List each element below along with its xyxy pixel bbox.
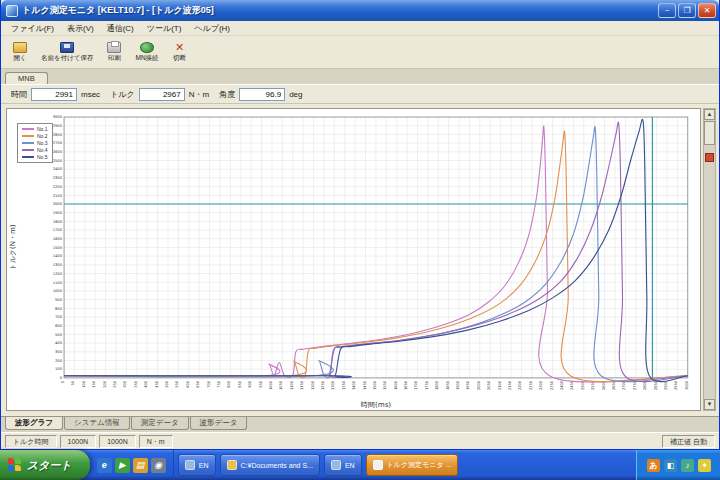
menu-item[interactable]: 表示(V) [61,22,100,35]
status-correction: 補正値 自動 [662,435,715,448]
task-button-area: EN C:¥Documents and S... EN トルク測定モニタ ... [174,454,636,476]
svg-text:950: 950 [259,380,263,388]
svg-text:1850: 1850 [446,380,450,390]
toolbar-button[interactable]: 開く [4,37,36,67]
menu-item[interactable]: ファイル(F) [5,22,60,35]
tray-icon[interactable]: ◧ [664,459,677,472]
tray-icon[interactable]: ♪ [681,459,694,472]
legend-label: No.1 [37,126,48,132]
status-segment: 1000N [99,435,136,448]
svg-text:2500: 2500 [53,159,63,163]
tray-icon[interactable]: あ [647,459,660,472]
legend-label: No.2 [37,133,48,139]
window-title: トルク測定モニタ [KELT10.7] - [トルク波形05] [22,4,656,17]
svg-text:1800: 1800 [435,380,439,390]
view-tab[interactable]: 波形グラフ [5,417,63,430]
app-window: トルク測定モニタ [KELT10.7] - [トルク波形05] － ❐ ✕ ファ… [0,0,720,450]
svg-text:トルク(N・m): トルク(N・m) [8,224,17,270]
svg-text:1950: 1950 [466,380,470,390]
svg-text:2300: 2300 [539,380,543,390]
legend-color-swatch [22,128,34,130]
view-tab-strip: 波形グラフシステム情報測定データ波形データ [1,416,719,432]
title-bar[interactable]: トルク測定モニタ [KELT10.7] - [トルク波形05] － ❐ ✕ [1,0,719,21]
svg-text:0: 0 [61,380,65,383]
svg-text:400: 400 [144,380,148,388]
svg-text:2100: 2100 [498,380,502,390]
svg-text:1500: 1500 [53,246,63,250]
close-button[interactable]: ✕ [698,3,716,18]
svg-text:1900: 1900 [456,380,460,390]
status-segment: 1000N [60,435,97,448]
svg-text:700: 700 [55,315,63,319]
tray-icon[interactable]: ✦ [698,459,711,472]
windows-taskbar: スタート e▶▤◉ EN C:¥Documents and S... EN トル… [0,450,720,480]
parameter-value-box[interactable]: 2991 [31,88,77,101]
svg-text:2600: 2600 [53,150,63,154]
svg-text:2000: 2000 [477,380,481,390]
svg-text:1050: 1050 [279,380,283,390]
svg-text:300: 300 [55,350,63,354]
open-icon [13,42,27,53]
menu-item[interactable]: ツール(T) [141,22,188,35]
svg-text:100: 100 [82,380,86,388]
svg-text:時間(ms): 時間(ms) [361,400,392,409]
quick-launch-bar: e▶▤◉ [90,450,174,480]
parameter-field: 時間 2991 msec [11,88,100,101]
quick-launch-icon[interactable]: e [97,458,112,473]
menu-item[interactable]: ヘルプ(H) [188,22,236,35]
svg-text:1400: 1400 [53,254,63,258]
legend-color-swatch [22,142,34,144]
taskbar-task-button[interactable]: EN [178,454,216,476]
svg-text:150: 150 [92,380,96,388]
svg-text:900: 900 [55,298,63,302]
chart-legend: No.1 No.2 No.3 No.4 No.5 [17,123,53,163]
svg-text:2400: 2400 [53,168,63,172]
print-icon [107,42,121,53]
legend-entry: No.4 [22,147,48,153]
view-tab[interactable]: システム情報 [64,417,130,430]
legend-color-swatch [22,135,34,137]
toolbar-button[interactable]: MN接続 [130,37,163,67]
parameter-value-box[interactable]: 2967 [139,88,185,101]
taskbar-task-button[interactable]: トルク測定モニタ ... [366,454,459,476]
legend-entry: No.2 [22,133,48,139]
svg-text:0: 0 [60,376,63,380]
vertical-scrollbar[interactable]: ▲ ▼ [703,108,716,411]
svg-text:2250: 2250 [529,380,533,390]
svg-text:3000: 3000 [685,380,689,390]
chart-area: No.1 No.2 No.3 No.4 No.5 05010015020025 [1,104,719,416]
toolbar-button[interactable]: 印刷 [98,37,130,67]
disconnect-icon [173,42,187,53]
taskbar-task-button[interactable]: C:¥Documents and S... [220,454,320,476]
scroll-down-icon[interactable]: ▼ [704,399,715,410]
svg-text:2050: 2050 [487,380,491,390]
parameter-value-box[interactable]: 96.9 [239,88,285,101]
start-button[interactable]: スタート [0,450,90,480]
svg-text:100: 100 [55,368,63,372]
view-tab[interactable]: 測定データ [131,417,189,430]
minimize-button[interactable]: － [658,3,676,18]
svg-text:900: 900 [248,380,252,388]
toolbar: 開く 名前を付けて保存 印刷 MN接続 切断 [1,36,719,69]
svg-text:400: 400 [55,341,63,345]
scroll-up-icon[interactable]: ▲ [704,109,715,120]
toolbar-button[interactable]: 切断 [164,37,196,67]
svg-text:600: 600 [55,324,63,328]
svg-text:1550: 1550 [383,380,387,390]
taskbar-task-button[interactable]: EN [324,454,362,476]
status-segment: N・m [139,435,173,448]
quick-launch-icon[interactable]: ◉ [151,458,166,473]
menu-item[interactable]: 通信(C) [101,22,140,35]
toolbar-button[interactable]: 名前を付けて保存 [36,37,98,67]
legend-entry: No.3 [22,140,48,146]
svg-text:1400: 1400 [352,380,356,390]
view-tab[interactable]: 波形データ [190,417,248,430]
svg-text:1150: 1150 [300,380,304,390]
maximize-button[interactable]: ❐ [678,3,696,18]
document-tab[interactable]: MNB [5,72,48,84]
system-tray: あ◧♪✦ [636,450,720,480]
scrollbar-thumb[interactable] [704,121,715,145]
quick-launch-icon[interactable]: ▶ [115,458,130,473]
svg-text:1600: 1600 [53,237,63,241]
quick-launch-icon[interactable]: ▤ [133,458,148,473]
